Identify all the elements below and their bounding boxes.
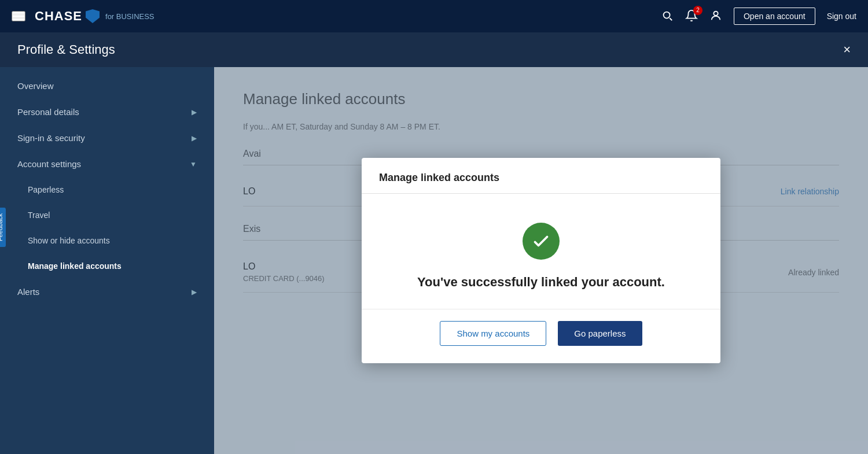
success-icon [523, 223, 560, 260]
sidebar-item-alerts-label: Alerts [17, 287, 39, 297]
sign-out-button[interactable]: Sign out [827, 12, 856, 21]
sidebar-item-overview[interactable]: Overview [0, 73, 214, 99]
chevron-right-icon: ▶ [192, 134, 197, 142]
sidebar-item-account-settings[interactable]: Account settings ▼ [0, 151, 214, 177]
hamburger-menu[interactable] [12, 11, 25, 21]
modal-overlay: Manage linked accounts You've successful… [214, 67, 868, 454]
logo: CHASE for BUSINESS [35, 9, 155, 24]
modal-title: Manage linked accounts [379, 172, 499, 183]
chase-shield-icon [86, 9, 100, 23]
sidebar-item-travel-label: Travel [28, 211, 50, 220]
svg-point-0 [713, 11, 718, 15]
sidebar-item-show-hide-label: Show or hide accounts [28, 236, 110, 245]
modal-body: You've successfully linked your account. [362, 194, 720, 309]
sidebar-item-account-settings-label: Account settings [17, 159, 81, 169]
sidebar-item-manage-linked-label: Manage linked accounts [28, 261, 122, 271]
modal-dialog: Manage linked accounts You've successful… [362, 158, 720, 363]
for-business-label: for BUSINESS [105, 12, 155, 21]
sidebar-item-signin-security[interactable]: Sign-in & security ▶ [0, 125, 214, 151]
sidebar-item-personal-details-label: Personal details [17, 107, 79, 117]
sidebar-item-show-hide-accounts[interactable]: Show or hide accounts [0, 228, 214, 253]
go-paperless-button[interactable]: Go paperless [558, 321, 642, 346]
feedback-tab[interactable]: Feedback [0, 207, 6, 246]
panel-title: Profile & Settings [17, 42, 115, 57]
close-panel-button[interactable]: × [843, 42, 851, 57]
show-my-accounts-button[interactable]: Show my accounts [440, 321, 546, 346]
nav-right: 2 Open an account Sign out [661, 8, 856, 25]
success-message: You've successfully linked your account. [417, 274, 665, 291]
sidebar-item-travel[interactable]: Travel [0, 202, 214, 228]
notification-badge: 2 [693, 6, 703, 15]
content-area: Manage linked accounts If you... AM ET, … [214, 67, 868, 454]
open-account-button[interactable]: Open an account [734, 8, 815, 25]
panel-header: Profile & Settings × [0, 32, 868, 67]
modal-header: Manage linked accounts [362, 158, 720, 194]
sidebar-item-paperless[interactable]: Paperless [0, 177, 214, 202]
chevron-down-icon: ▼ [190, 160, 197, 168]
sidebar-item-alerts[interactable]: Alerts ▶ [0, 279, 214, 305]
chevron-right-icon: ▶ [192, 108, 197, 116]
top-nav: CHASE for BUSINESS 2 Open an account Sig… [0, 0, 868, 32]
sidebar-item-paperless-label: Paperless [28, 185, 64, 194]
profile-button[interactable] [709, 9, 722, 24]
notifications-button[interactable]: 2 [685, 9, 698, 24]
sidebar: Overview Personal details ▶ Sign-in & se… [0, 67, 214, 454]
chase-logo-text: CHASE [35, 9, 82, 24]
sidebar-item-signin-label: Sign-in & security [17, 133, 85, 143]
search-button[interactable] [661, 9, 674, 24]
chevron-right-icon: ▶ [192, 288, 197, 296]
nav-left: CHASE for BUSINESS [12, 9, 155, 24]
modal-footer: Show my accounts Go paperless [362, 309, 720, 363]
sidebar-item-manage-linked-accounts[interactable]: Manage linked accounts [0, 253, 214, 279]
sidebar-item-personal-details[interactable]: Personal details ▶ [0, 99, 214, 125]
main-layout: Overview Personal details ▶ Sign-in & se… [0, 67, 868, 454]
sidebar-item-overview-label: Overview [17, 81, 54, 91]
